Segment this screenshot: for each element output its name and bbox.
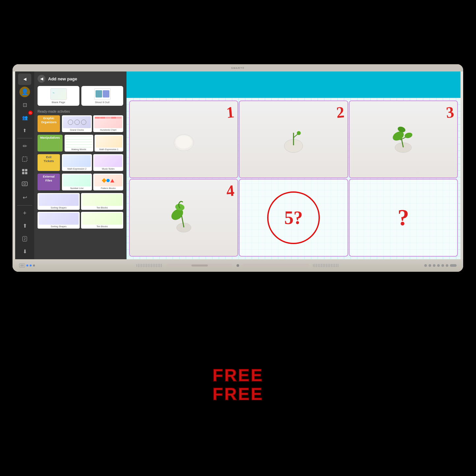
- music-notes-preview: [94, 155, 122, 167]
- external-files-btn[interactable]: External Files: [38, 174, 60, 190]
- hundreds-chart-label: Hundreds Chart: [94, 129, 122, 131]
- avatar-face-icon: 👤: [21, 88, 28, 96]
- thumb-ten-blocks-2[interactable]: Ten Blocks: [81, 212, 123, 229]
- hundreds-preview: [94, 116, 122, 128]
- thumb-hundreds-chart[interactable]: Hundreds Chart: [93, 115, 123, 132]
- svg-rect-3: [22, 172, 24, 174]
- panel-back-button[interactable]: ◀: [38, 75, 45, 83]
- cell-6-number: ?: [398, 205, 409, 231]
- sidebar: ◀ 👤 ⊡ 👥 31 ⬆ ✏: [15, 71, 34, 259]
- seq-cell-2: 2: [239, 100, 348, 178]
- select-icon: [22, 156, 28, 162]
- sorting-shapes-2-label: Sorting Shapes: [39, 225, 79, 228]
- user-avatar: 👤: [19, 87, 30, 97]
- svg-rect-2: [25, 169, 27, 171]
- main-canvas[interactable]: 1 2: [126, 71, 461, 259]
- display-port-icon: [19, 264, 25, 267]
- ctrl-btn-1[interactable]: [424, 264, 427, 267]
- exit-tickets-btn[interactable]: Exit Tickets: [38, 154, 60, 171]
- making-words-label: Making Words: [66, 148, 92, 151]
- thumb-ten-blocks[interactable]: Ten Blocks: [81, 193, 123, 210]
- sidebar-up-btn[interactable]: ⬆: [18, 220, 31, 232]
- sidebar-avatar[interactable]: 👤: [18, 86, 31, 98]
- making-words-preview: [66, 136, 92, 148]
- clock-face-1: [68, 120, 73, 125]
- up-circle-icon: ⬆: [23, 223, 27, 229]
- sorting-shapes-label: Sorting Shapes: [39, 207, 79, 209]
- sidebar-select-btn[interactable]: [18, 153, 31, 165]
- sidebar-share-btn[interactable]: ⬆: [18, 125, 31, 136]
- thumb-math-expression-1[interactable]: Math Expression 1: [95, 135, 123, 152]
- thumb-number-line[interactable]: Number Line: [62, 174, 92, 190]
- category-row-1: Graphic Organizers Grand Clocks: [38, 115, 123, 132]
- sidebar-page-indicator: 2: [18, 233, 31, 244]
- new-page-cards: Blank Page Shout It Out!: [38, 86, 123, 106]
- grand-clocks-label: Grand Clocks: [63, 129, 91, 131]
- thumb-sorting-shapes-2[interactable]: Sorting Shapes: [38, 212, 80, 229]
- free-text-line-2: FREE: [212, 385, 264, 404]
- sidebar-back-btn[interactable]: ◀: [18, 73, 31, 85]
- smart-logo: SMART®: [231, 67, 244, 70]
- sprouting-image: [383, 120, 423, 159]
- clock-face-2: [74, 120, 80, 125]
- canvas-header-bar: [126, 71, 461, 98]
- thumb-sorting-shapes[interactable]: Sorting Shapes: [38, 193, 80, 210]
- sidebar-screens-btn[interactable]: ⊡: [18, 99, 31, 111]
- page-number-icon: 2: [22, 236, 27, 241]
- right-speaker-grille: [313, 264, 339, 267]
- svg-point-6: [24, 183, 26, 185]
- touch-bar-right[interactable]: [243, 264, 309, 267]
- shout-it-out-card[interactable]: Shout It Out!: [81, 86, 123, 106]
- thumb-math-expression-2[interactable]: Math Expression 2: [62, 154, 92, 171]
- sidebar-people-btn[interactable]: 👥 31: [18, 112, 31, 124]
- thumb-pattern-blocks[interactable]: Pattern Blocks: [93, 174, 123, 190]
- math-expr-2-preview: [63, 155, 91, 167]
- ctrl-btn-4[interactable]: [437, 264, 440, 267]
- sidebar-undo-btn[interactable]: ↩: [18, 192, 31, 203]
- ctrl-btn-3[interactable]: [433, 264, 435, 267]
- svg-point-13: [395, 143, 411, 153]
- svg-point-18: [404, 132, 413, 139]
- svg-rect-4: [25, 172, 27, 174]
- blank-page-label: Blank Page: [52, 101, 65, 104]
- svg-rect-5: [22, 182, 27, 186]
- svg-rect-1: [22, 169, 24, 171]
- sidebar-add-btn[interactable]: +: [18, 208, 31, 219]
- thumb-making-words[interactable]: Making Words: [65, 135, 93, 152]
- svg-point-12: [297, 131, 301, 135]
- graphic-organizers-btn[interactable]: Graphic Organizers: [38, 115, 60, 132]
- category-row-4: External Files Number Line: [38, 174, 123, 190]
- ten-blocks-preview: [82, 194, 122, 206]
- people-icon: 👥: [22, 115, 28, 120]
- share-icon: ⬆: [23, 128, 27, 133]
- shout-page-label: Shout It Out!: [95, 101, 110, 104]
- panel-header: ◀ Add new page: [38, 75, 123, 83]
- touch-bar[interactable]: [167, 264, 233, 267]
- ctrl-btn-2[interactable]: [429, 264, 431, 267]
- sidebar-down-btn[interactable]: ⬇: [18, 246, 31, 257]
- thumb-grand-clocks[interactable]: Grand Clocks: [62, 115, 92, 132]
- blank-page-card[interactable]: Blank Page: [38, 86, 79, 106]
- sidebar-media-btn[interactable]: [18, 179, 31, 190]
- screens-icon: ⊡: [23, 102, 27, 108]
- left-speaker-grille: [136, 264, 163, 267]
- sorting-shapes-2-preview: [39, 213, 79, 225]
- power-btn[interactable]: [450, 264, 457, 267]
- ctrl-btn-6[interactable]: [446, 264, 448, 267]
- grand-clocks-preview: [63, 116, 91, 128]
- ten-blocks-2-label: Ten Blocks: [82, 225, 122, 228]
- manipulatives-btn[interactable]: Manipulatives: [38, 135, 63, 152]
- sorting-shapes-preview: [39, 194, 79, 206]
- add-icon: +: [23, 210, 27, 216]
- touch-bar-center: [191, 265, 208, 266]
- ctrl-btn-5[interactable]: [441, 264, 444, 267]
- plant-visual-2: [239, 101, 347, 178]
- activities-section: Ready-made activities Graphic Organizers: [38, 110, 123, 229]
- sidebar-pen-btn[interactable]: ✏: [18, 140, 31, 152]
- music-notes-label: Music Notes: [94, 168, 122, 170]
- sidebar-apps-btn[interactable]: [18, 166, 31, 178]
- thumb-music-notes[interactable]: Music Notes: [93, 154, 123, 171]
- plant-visual-1: [130, 101, 238, 178]
- clock-face-3: [81, 120, 86, 125]
- math-expression-2-label: Math Expression 2: [63, 168, 91, 170]
